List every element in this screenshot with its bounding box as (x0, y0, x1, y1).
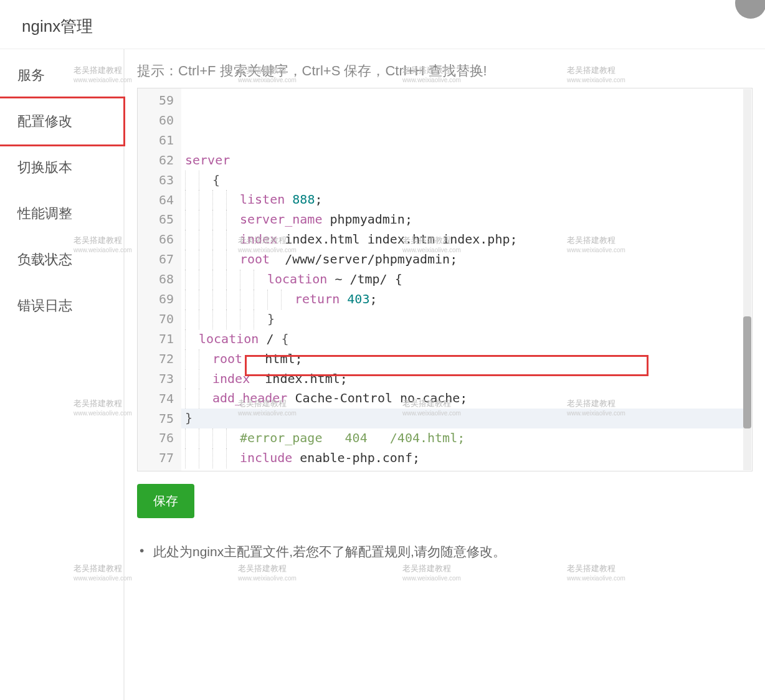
line-number: 75 (138, 409, 174, 429)
line-gutter: 59606162636465666768697071727374757677 (138, 88, 181, 471)
code-token: } (185, 410, 192, 425)
code-line[interactable]: root html; (185, 349, 752, 369)
code-token: include (240, 450, 300, 465)
sidebar-item-config[interactable]: 配置修改 (0, 97, 125, 146)
code-token: index (212, 371, 265, 386)
line-number: 74 (138, 389, 174, 409)
code-token: root (240, 252, 285, 267)
code-line[interactable]: server_name phpmyadmin; (185, 210, 752, 230)
code-token: phpmyadmin; (330, 212, 412, 227)
code-line[interactable]: } (181, 409, 743, 428)
code-line[interactable]: listen 888; (185, 190, 752, 210)
line-number: 72 (138, 349, 174, 369)
code-token: location (267, 272, 335, 286)
sidebar-item-errorlog[interactable]: 错误日志 (0, 283, 123, 329)
sidebar-item-label: 切换版本 (17, 159, 72, 175)
hint-text: 提示：Ctrl+F 搜索关键字，Ctrl+S 保存，Ctrl+H 查找替换! (137, 62, 753, 80)
line-number: 60 (138, 111, 174, 131)
code-line[interactable] (185, 468, 752, 471)
main: 提示：Ctrl+F 搜索关键字，Ctrl+S 保存，Ctrl+H 查找替换! 5… (125, 49, 765, 700)
code-line[interactable]: root /www/server/phpmyadmin; (185, 250, 752, 270)
line-number: 59 (138, 91, 174, 111)
code-token: ; (369, 291, 377, 306)
code-token: { (281, 331, 288, 346)
code-editor[interactable]: 59606162636465666768697071727374757677 s… (137, 88, 753, 471)
page-title: nginx管理 (22, 17, 93, 35)
note-text: 此处为nginx主配置文件,若您不了解配置规则,请勿随意修改。 (153, 544, 506, 559)
code-token: { (212, 173, 220, 187)
sidebar-item-service[interactable]: 服务 (0, 52, 123, 98)
code-line[interactable]: #error_page 404 /404.html; (185, 428, 752, 448)
code-line[interactable]: add_header Cache-Control no-cache; (185, 389, 752, 409)
code-token: listen (240, 192, 292, 207)
sidebar-item-label: 错误日志 (17, 298, 72, 313)
header: nginx管理 (0, 0, 765, 49)
code-token: html; (265, 351, 302, 366)
code-line[interactable]: index index.html; (185, 369, 752, 389)
line-number: 66 (138, 230, 174, 250)
close-icon[interactable] (735, 0, 765, 19)
sidebar-item-load[interactable]: 负载状态 (0, 237, 123, 283)
sidebar-item-label: 服务 (17, 67, 45, 83)
code-line[interactable]: { (185, 171, 752, 191)
line-number: 77 (138, 448, 174, 468)
line-number: 70 (138, 310, 174, 329)
code-line[interactable]: location / { (185, 329, 752, 349)
code-token: 403 (347, 291, 369, 306)
sidebar-item-label: 性能调整 (17, 206, 72, 221)
code-line[interactable]: index index.html index.htm index.php; (185, 230, 752, 250)
code-line[interactable]: include enable-php.conf; (185, 448, 752, 468)
line-number: 76 (138, 428, 174, 448)
save-button[interactable]: 保存 (137, 484, 194, 518)
code-line[interactable]: server (185, 151, 752, 171)
sidebar-item-performance[interactable]: 性能调整 (0, 191, 123, 237)
line-number: 65 (138, 210, 174, 230)
code-token: root (212, 351, 265, 366)
code-token: } (267, 311, 275, 326)
save-button-label: 保存 (153, 494, 178, 508)
line-number: 64 (138, 191, 174, 210)
line-number: 62 (138, 151, 174, 171)
scrollbar[interactable] (743, 89, 751, 470)
code-token: location (199, 331, 266, 346)
line-number: 61 (138, 131, 174, 151)
line-number: 68 (138, 270, 174, 290)
code-line[interactable]: return 403; (185, 290, 752, 310)
sidebar-item-label: 配置修改 (17, 113, 72, 129)
line-number: 63 (138, 171, 174, 191)
sidebar-item-version[interactable]: 切换版本 (0, 144, 123, 191)
code-area[interactable]: server{listen 888;server_name phpmyadmin… (181, 88, 752, 471)
code-token: ; (315, 192, 322, 207)
line-number: 71 (138, 329, 174, 349)
line-number: 69 (138, 290, 174, 310)
code-token: index (240, 232, 285, 247)
line-number: 67 (138, 250, 174, 270)
sidebar: 服务 配置修改 切换版本 性能调整 负载状态 错误日志 (0, 49, 125, 700)
config-note: 此处为nginx主配置文件,若您不了解配置规则,请勿随意修改。 (137, 543, 753, 560)
code-token: ~ /tmp/ { (335, 272, 402, 286)
code-token: 888 (292, 192, 315, 207)
code-token: #error_page 404 /404.html; (240, 430, 465, 445)
code-line[interactable] (185, 131, 752, 151)
code-token: index.html index.htm index.php; (285, 232, 517, 247)
code-line[interactable]: location ~ /tmp/ { (185, 270, 752, 290)
code-token: add_header (212, 390, 295, 405)
scroll-thumb[interactable] (743, 316, 751, 428)
code-token: enable-php.conf; (300, 450, 420, 465)
body: 服务 配置修改 切换版本 性能调整 负载状态 错误日志 提示：Ctrl+F 搜索… (0, 49, 765, 700)
code-token: index.html; (265, 371, 347, 386)
sidebar-item-label: 负载状态 (17, 252, 72, 267)
code-line[interactable]: } (185, 310, 752, 329)
code-token: /www/server/phpmyadmin; (285, 252, 457, 267)
code-token: server (185, 153, 230, 168)
code-token: server_name (240, 212, 330, 227)
code-token: return (295, 291, 347, 306)
line-number: 73 (138, 369, 174, 389)
code-token: Cache-Control no-cache; (295, 390, 467, 405)
code-token: / (266, 331, 281, 346)
